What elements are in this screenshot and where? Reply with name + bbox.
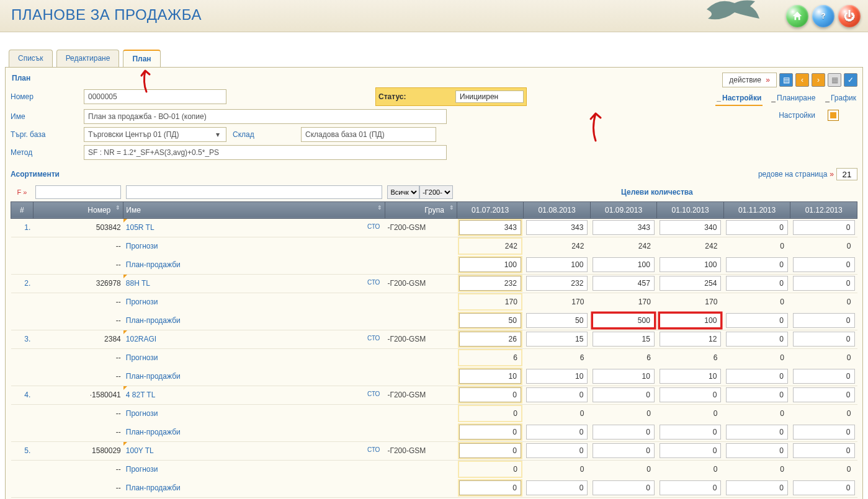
value-cell[interactable]: 0 <box>793 425 855 439</box>
th-name[interactable]: Име⇕ <box>123 201 385 218</box>
value-cell[interactable]: 254 <box>660 276 722 291</box>
row-name-link[interactable]: 88H TL <box>126 279 150 288</box>
value-cell[interactable]: 232 <box>459 276 521 291</box>
value-cell[interactable]: 100 <box>593 257 655 272</box>
value-cell[interactable]: 0 <box>526 425 588 439</box>
value-cell[interactable]: 0 <box>793 332 855 347</box>
row-name-link[interactable]: 100Y TL <box>126 446 154 455</box>
value-cell[interactable]: 0 <box>793 220 855 235</box>
status-value[interactable]: Инициирен <box>455 91 524 103</box>
tab-edit[interactable]: Редактиране <box>56 50 120 67</box>
value-cell[interactable]: 0 <box>793 369 855 384</box>
filter-group[interactable]: -Г200-GSM <box>419 185 453 199</box>
value-cell[interactable]: 50 <box>526 313 588 328</box>
value-cell[interactable]: 343 <box>593 220 655 235</box>
select-warehouse[interactable]: Складова база 01 (ПД) <box>301 127 436 142</box>
value-cell[interactable]: 0 <box>726 313 788 328</box>
nav-list-icon[interactable]: ▤ <box>779 73 793 87</box>
value-cell[interactable]: 0 <box>526 443 588 458</box>
sto-badge[interactable]: СТО <box>367 391 380 397</box>
th-date-2[interactable]: 01.09.2013 <box>590 201 657 218</box>
value-cell[interactable]: 0 <box>726 480 788 495</box>
value-cell[interactable]: 100 <box>660 257 722 272</box>
value-cell[interactable]: 0 <box>726 332 788 347</box>
value-cell[interactable]: 0 <box>793 480 855 495</box>
value-cell[interactable]: 0 <box>459 425 521 439</box>
th-date-4[interactable]: 01.11.2013 <box>723 201 790 218</box>
value-cell[interactable]: 340 <box>660 220 722 235</box>
value-cell[interactable]: 0 <box>793 257 855 272</box>
value-cell[interactable]: 0 <box>793 313 855 328</box>
row-plansales[interactable]: План-продажби <box>126 316 181 325</box>
sto-badge[interactable]: СТО <box>367 335 380 342</box>
value-cell[interactable]: 0 <box>660 480 722 495</box>
th-number[interactable]: Номер⇕ <box>33 201 123 218</box>
sto-badge[interactable]: СТО <box>367 223 380 230</box>
value-cell[interactable]: 0 <box>660 387 722 402</box>
value-cell[interactable]: 0 <box>793 387 855 402</box>
th-date-3[interactable]: 01.10.2013 <box>657 201 724 218</box>
value-cell[interactable]: 10 <box>526 369 588 384</box>
sto-badge[interactable]: СТО <box>367 446 380 453</box>
row-plansales[interactable]: План-продажби <box>126 428 181 436</box>
value-cell[interactable]: 232 <box>526 276 588 291</box>
value-cell[interactable]: 0 <box>459 480 521 495</box>
subtab-chart[interactable]: _График <box>824 91 857 106</box>
value-cell[interactable]: 0 <box>726 369 788 384</box>
action-button[interactable]: действие » <box>722 73 777 87</box>
value-cell[interactable]: 10 <box>593 369 655 384</box>
value-cell[interactable]: 12 <box>660 332 722 347</box>
row-name-link[interactable]: 102RAGI <box>126 335 156 343</box>
value-cell[interactable]: 50 <box>459 313 521 328</box>
subtab-settings[interactable]: _Настройки <box>715 91 763 106</box>
filter-all[interactable]: Всички <box>387 185 419 199</box>
row-name-link[interactable]: 4 82T TL <box>126 391 156 399</box>
row-plansales[interactable]: План-продажби <box>126 484 181 492</box>
value-cell[interactable]: 0 <box>526 480 588 495</box>
th-group[interactable]: Група⇕ <box>385 201 457 218</box>
row-prognosis[interactable]: Прогнози <box>126 353 158 362</box>
row-prognosis[interactable]: Прогнози <box>126 298 158 306</box>
row-name-link[interactable]: 105R TL <box>126 223 154 232</box>
value-cell[interactable]: 26 <box>459 332 521 347</box>
input-name[interactable] <box>84 109 447 124</box>
value-cell[interactable]: 100 <box>660 313 722 328</box>
value-cell[interactable]: 10 <box>459 369 521 384</box>
value-cell[interactable]: 0 <box>593 425 655 439</box>
value-cell[interactable]: 0 <box>793 443 855 458</box>
value-cell[interactable]: 343 <box>526 220 588 235</box>
value-cell[interactable]: 343 <box>459 220 521 235</box>
nav-grid-icon[interactable]: ▦ <box>828 73 841 87</box>
row-plansales[interactable]: План-продажби <box>126 372 181 381</box>
input-number[interactable] <box>84 89 226 104</box>
tab-plan[interactable]: План <box>123 50 160 67</box>
rpp-input[interactable] <box>836 168 857 180</box>
th-date-0[interactable]: 01.07.2013 <box>457 201 524 218</box>
row-plansales[interactable]: План-продажби <box>126 260 181 269</box>
value-cell[interactable]: 0 <box>726 220 788 235</box>
value-cell[interactable]: 0 <box>726 387 788 402</box>
value-cell[interactable]: 100 <box>459 257 521 272</box>
th-idx[interactable]: # <box>11 201 34 218</box>
row-prognosis[interactable]: Прогнози <box>126 409 158 418</box>
value-cell[interactable]: 0 <box>726 425 788 439</box>
value-cell[interactable]: 10 <box>660 369 722 384</box>
filter-number[interactable] <box>35 185 120 199</box>
help-icon[interactable]: ? <box>812 5 834 27</box>
value-cell[interactable]: 0 <box>526 387 588 402</box>
value-cell[interactable]: 15 <box>526 332 588 347</box>
value-cell[interactable]: 0 <box>593 443 655 458</box>
value-cell[interactable]: 0 <box>459 443 521 458</box>
th-date-5[interactable]: 01.12.2013 <box>790 201 857 218</box>
nav-check-icon[interactable]: ✓ <box>844 73 857 87</box>
row-prognosis[interactable]: Прогнози <box>126 465 158 474</box>
value-cell[interactable]: 500 <box>593 313 655 328</box>
nav-prev-icon[interactable]: ‹ <box>795 73 809 87</box>
value-cell[interactable]: 0 <box>660 443 722 458</box>
th-date-1[interactable]: 01.08.2013 <box>524 201 591 218</box>
settings-toggle[interactable] <box>828 110 839 121</box>
power-icon[interactable]: ⏻ <box>838 5 861 27</box>
home-icon[interactable] <box>786 5 808 27</box>
value-cell[interactable]: 0 <box>726 257 788 272</box>
sto-badge[interactable]: СТО <box>367 279 380 286</box>
